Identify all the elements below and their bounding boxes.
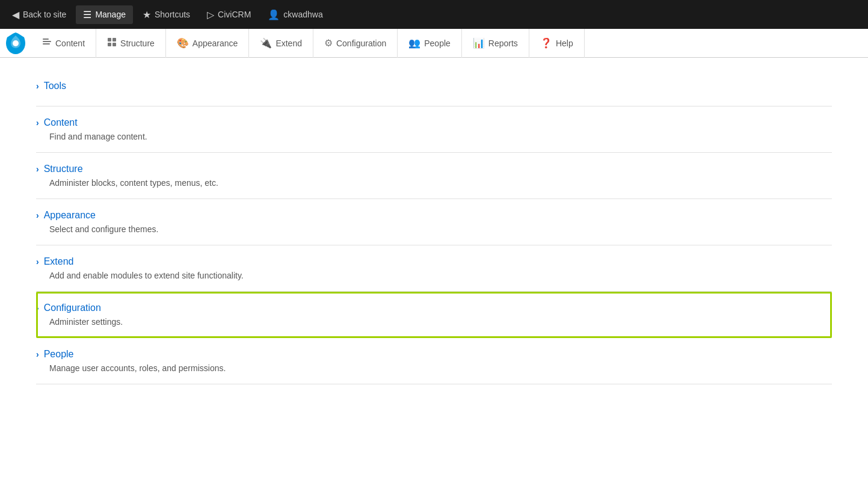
drupal-logo[interactable]: [5, 32, 26, 54]
chevron-content-icon: ›: [36, 118, 39, 128]
people-nav-icon: 👥: [408, 37, 420, 49]
admin-bar: ◀ Back to site ☰ Manage ★ Shortcuts ▷ Ci…: [0, 0, 868, 29]
nav-people-label: People: [424, 38, 451, 48]
shortcuts-button[interactable]: ★ Shortcuts: [135, 5, 197, 24]
user-icon: 👤: [268, 9, 280, 20]
svg-rect-7: [112, 43, 116, 46]
nav-appearance[interactable]: 🎨 Appearance: [166, 29, 250, 58]
section-configuration: › Configuration Administer settings.: [36, 292, 832, 338]
nav-structure[interactable]: Structure: [96, 29, 166, 58]
content-nav-icon: [42, 37, 52, 49]
svg-rect-1: [43, 38, 49, 40]
chevron-appearance-icon: ›: [36, 211, 39, 220]
chevron-extend-icon: ›: [36, 257, 39, 266]
appearance-nav-icon: 🎨: [177, 37, 189, 49]
back-icon: ◀: [12, 9, 19, 20]
civicrm-button[interactable]: ▷ CiviCRM: [200, 5, 258, 24]
back-to-site-label: Back to site: [23, 10, 66, 19]
manage-button[interactable]: ☰ Manage: [76, 5, 133, 24]
section-appearance-desc: Select and configure themes.: [49, 224, 832, 234]
section-extend: › Extend Add and enable modules to exten…: [36, 245, 832, 292]
user-label: ckwadhwa: [283, 10, 322, 19]
section-structure-header[interactable]: › Structure: [36, 164, 832, 174]
menu-icon: ☰: [83, 9, 91, 20]
section-structure: › Structure Administer blocks, content t…: [36, 153, 832, 199]
section-people-desc: Manage user accounts, roles, and permiss…: [49, 363, 832, 373]
nav-bar: Content Structure 🎨 Appearance 🔌 Extend …: [0, 29, 868, 58]
chevron-people-icon: ›: [36, 349, 39, 359]
nav-extend[interactable]: 🔌 Extend: [249, 29, 313, 58]
svg-rect-3: [43, 43, 50, 45]
section-content-header[interactable]: › Content: [36, 117, 832, 128]
section-content: › Content Find and manage content.: [36, 106, 832, 153]
back-to-site-button[interactable]: ◀ Back to site: [5, 5, 73, 24]
svg-point-0: [13, 40, 19, 46]
nav-help-label: Help: [556, 38, 573, 48]
section-configuration-header[interactable]: › Configuration: [36, 303, 832, 313]
configuration-nav-icon: ⚙: [324, 37, 333, 49]
nav-content[interactable]: Content: [31, 29, 96, 58]
section-people: › People Manage user accounts, roles, an…: [36, 338, 832, 384]
section-structure-desc: Administer blocks, content types, menus,…: [49, 178, 832, 188]
nav-configuration-label: Configuration: [336, 38, 386, 48]
section-extend-title[interactable]: Extend: [44, 256, 74, 267]
structure-nav-icon: [107, 37, 117, 49]
nav-help[interactable]: ❓ Help: [529, 29, 585, 58]
nav-appearance-label: Appearance: [192, 38, 238, 48]
chevron-structure-icon: ›: [36, 164, 39, 174]
nav-reports-label: Reports: [488, 38, 518, 48]
svg-rect-5: [112, 38, 116, 42]
section-tools-header[interactable]: › Tools: [36, 81, 832, 91]
section-extend-header[interactable]: › Extend: [36, 256, 832, 267]
help-nav-icon: ❓: [540, 37, 552, 49]
section-tools: › Tools: [36, 70, 832, 106]
section-tools-title[interactable]: Tools: [44, 81, 66, 91]
nav-structure-label: Structure: [120, 38, 155, 48]
section-people-header[interactable]: › People: [36, 349, 832, 360]
civicrm-label: CiviCRM: [218, 10, 251, 19]
main-content: › Tools › Content Find and manage conten…: [0, 58, 868, 396]
section-content-title[interactable]: Content: [44, 117, 78, 128]
nav-people[interactable]: 👥 People: [398, 29, 462, 58]
civicrm-icon: ▷: [207, 9, 214, 20]
nav-configuration[interactable]: ⚙ Configuration: [313, 29, 398, 58]
section-configuration-title[interactable]: Configuration: [44, 303, 101, 313]
reports-nav-icon: 📊: [473, 37, 485, 49]
star-icon: ★: [143, 9, 151, 20]
user-button[interactable]: 👤 ckwadhwa: [260, 5, 330, 24]
section-appearance-title[interactable]: Appearance: [44, 210, 96, 221]
svg-rect-6: [108, 43, 111, 46]
section-content-desc: Find and manage content.: [49, 132, 832, 141]
manage-label: Manage: [95, 10, 126, 19]
section-configuration-desc: Administer settings.: [49, 317, 832, 327]
chevron-configuration-icon: ›: [36, 303, 39, 313]
nav-content-label: Content: [55, 38, 85, 48]
svg-rect-2: [43, 41, 51, 42]
section-appearance: › Appearance Select and configure themes…: [36, 199, 832, 245]
nav-extend-label: Extend: [275, 38, 302, 48]
nav-reports[interactable]: 📊 Reports: [462, 29, 529, 58]
svg-rect-4: [108, 38, 111, 42]
section-extend-desc: Add and enable modules to extend site fu…: [49, 271, 832, 280]
section-structure-title[interactable]: Structure: [44, 164, 83, 174]
section-people-title[interactable]: People: [44, 349, 74, 360]
section-appearance-header[interactable]: › Appearance: [36, 210, 832, 221]
chevron-tools-icon: ›: [36, 81, 39, 91]
shortcuts-label: Shortcuts: [155, 10, 190, 19]
extend-nav-icon: 🔌: [260, 37, 272, 49]
